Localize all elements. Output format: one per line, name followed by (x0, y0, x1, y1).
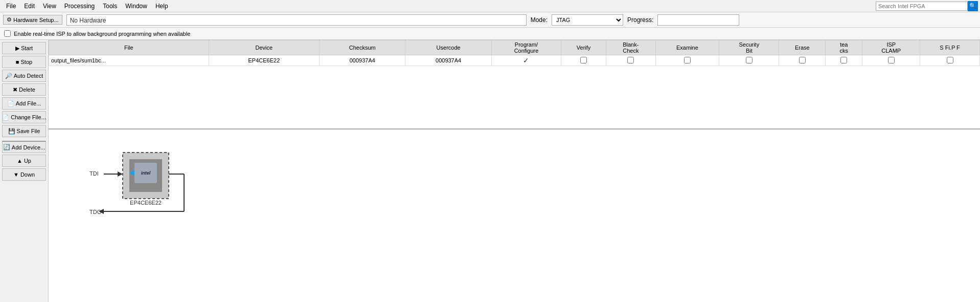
progress-label: Progress: (627, 16, 653, 24)
cell-isp-clamp[interactable] (862, 55, 920, 66)
menu-bar: File Edit View Processing Tools Window H… (0, 0, 980, 12)
col-header-file: File (49, 40, 209, 55)
col-header-checksum: Checksum (320, 40, 405, 55)
s-fi-pf-check[interactable] (947, 57, 953, 63)
up-icon: ▲ (17, 158, 22, 164)
erase-check[interactable] (799, 57, 806, 63)
up-button[interactable]: ▲ Up (2, 155, 46, 167)
start-button[interactable]: ▶ Start (2, 42, 46, 54)
col-header-isp-clamp: ISPCLAMP (862, 40, 920, 55)
security-check[interactable] (746, 57, 753, 63)
table-area: File Device Checksum Usercode Program/Co… (49, 40, 980, 130)
down-button[interactable]: ▼ Down (2, 168, 46, 181)
menu-help[interactable]: Help (151, 2, 172, 11)
change-file-icon: 📄 (2, 114, 9, 121)
cell-blank[interactable] (606, 55, 655, 66)
menu-file[interactable]: File (2, 2, 20, 11)
isp-clamp-check[interactable] (888, 57, 895, 63)
stop-icon: ■ (16, 59, 19, 65)
delete-button[interactable]: ✖ Delete (2, 83, 46, 96)
blank-check[interactable] (627, 57, 634, 63)
add-file-icon: 📄 (7, 100, 14, 107)
table-body: output_files/sum1bc... EP4CE6E22 000937A… (49, 55, 980, 66)
teaclocks-check[interactable] (840, 57, 847, 63)
menu-view[interactable]: View (39, 2, 60, 11)
change-file-button[interactable]: 📄 Change File... (2, 111, 46, 123)
col-header-erase: Erase (779, 40, 826, 55)
menu-edit[interactable]: Edit (20, 2, 39, 11)
cell-device: EP4CE6E22 (209, 55, 319, 66)
hardware-toolbar: ⚙ Hardware Setup... No Hardware Mode: JT… (0, 12, 980, 28)
cell-examine[interactable] (655, 55, 719, 66)
main-layout: ▶ Start ■ Stop 🔎 Auto Detect ✖ Delete 📄 … (0, 40, 980, 302)
col-header-teaclocks: teacks (826, 40, 862, 55)
verify-check[interactable] (580, 57, 587, 63)
add-file-button[interactable]: 📄 Add File... (2, 97, 46, 110)
down-icon: ▼ (13, 171, 19, 178)
add-device-button[interactable]: 🔄 Add Device... (2, 141, 46, 153)
tdi-label: TDI (89, 170, 99, 177)
save-file-button[interactable]: 💾 Save File (2, 125, 46, 137)
isp-row: Enable real-time ISP to allow background… (0, 28, 980, 40)
programming-table: File Device Checksum Usercode Program/Co… (49, 40, 980, 66)
menu-window[interactable]: Window (121, 2, 151, 11)
mode-select[interactable]: JTAG Active Serial Programming Passive S… (552, 14, 623, 26)
search-input[interactable] (876, 2, 968, 11)
auto-detect-button[interactable]: 🔎 Auto Detect (2, 70, 46, 82)
cell-teaclocks[interactable] (826, 55, 862, 66)
content-area: File Device Checksum Usercode Program/Co… (49, 40, 980, 302)
table-row: output_files/sum1bc... EP4CE6E22 000937A… (49, 55, 980, 66)
col-header-usercode: Usercode (405, 40, 491, 55)
hardware-icon: ⚙ (7, 16, 12, 23)
cell-file: output_files/sum1bc... (49, 55, 209, 66)
cell-security[interactable] (719, 55, 779, 66)
svg-text:intel: intel (141, 170, 151, 176)
stop-button[interactable]: ■ Stop (2, 56, 46, 68)
col-header-device: Device (209, 40, 319, 55)
cell-usercode: 000937A4 (405, 55, 491, 66)
auto-detect-icon: 🔎 (5, 73, 12, 79)
cell-s-fi-pf[interactable] (920, 55, 980, 66)
isp-label: Enable real-time ISP to allow background… (14, 31, 190, 37)
col-header-examine: Examine (655, 40, 719, 55)
save-file-icon: 💾 (8, 128, 15, 135)
progress-bar (657, 14, 739, 26)
cell-checksum: 000937A4 (320, 55, 405, 66)
col-header-program: Program/Configure (491, 40, 561, 55)
no-hardware-display: No Hardware (66, 14, 527, 26)
svg-marker-1 (118, 171, 123, 177)
device-label: EP4CE6E22 (130, 200, 162, 206)
menu-processing[interactable]: Processing (60, 2, 99, 11)
col-header-verify: Verify (561, 40, 606, 55)
search-button[interactable]: 🔍 (968, 1, 978, 11)
sidebar: ▶ Start ■ Stop 🔎 Auto Detect ✖ Delete 📄 … (0, 40, 49, 302)
menu-tools[interactable]: Tools (99, 2, 121, 11)
mode-label: Mode: (531, 16, 548, 24)
examine-check[interactable] (684, 57, 691, 63)
cell-verify[interactable] (561, 55, 606, 66)
start-icon: ▶ (15, 45, 19, 52)
isp-checkbox[interactable] (4, 30, 11, 37)
add-device-icon: 🔄 (3, 144, 10, 150)
hardware-setup-button[interactable]: ⚙ Hardware Setup... (3, 15, 62, 25)
col-header-blank: Blank-Check (606, 40, 655, 55)
col-header-s-fi-pf: S Fi.P F (920, 40, 980, 55)
search-area: 🔍 (876, 1, 978, 11)
diagram-area: TDI intel TDO (49, 130, 980, 302)
cell-erase[interactable] (779, 55, 826, 66)
col-header-security: SecurityBit (719, 40, 779, 55)
jtag-chain-svg: TDI intel TDO (74, 137, 279, 240)
cell-program[interactable]: ✓ (491, 55, 561, 66)
delete-icon: ✖ (13, 87, 17, 93)
